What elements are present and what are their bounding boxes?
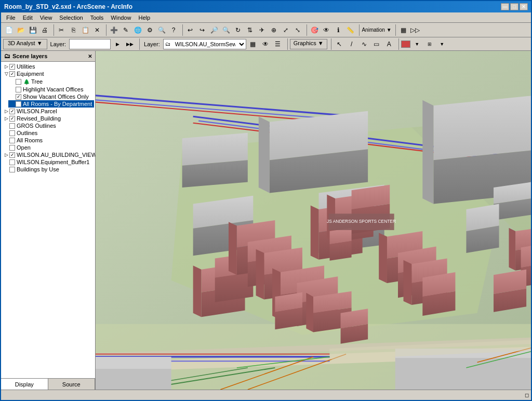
cb-equipment[interactable] (9, 71, 15, 77)
cb-wilson-parcel[interactable] (9, 109, 15, 114)
color-more-btn[interactable]: ⊞ (424, 38, 435, 50)
print-button[interactable]: 🖨 (39, 24, 50, 36)
cb-tree[interactable] (16, 79, 21, 85)
center-btn[interactable]: ⊕ (268, 24, 280, 36)
select-tool[interactable]: ↖ (334, 38, 345, 50)
renderer-btn[interactable]: ▦ (397, 24, 409, 36)
help-btn[interactable]: ? (168, 24, 179, 36)
navigate-btn[interactable]: ↩ (184, 24, 196, 36)
target-btn[interactable]: 🎯 (309, 24, 320, 36)
cb-gros[interactable] (9, 123, 15, 129)
layer-item-revised-building[interactable]: ▷ Revised_Building (2, 115, 94, 122)
measure-btn[interactable]: 📏 (344, 24, 356, 36)
rotate-btn[interactable]: ↻ (232, 24, 244, 36)
layer-item-equipment[interactable]: ▽ Equipment (2, 70, 94, 77)
maximize-button[interactable]: □ (510, 3, 518, 10)
tilt-btn[interactable]: ⇅ (244, 24, 256, 36)
layer-item-buildings-use[interactable]: Buildings by Use (2, 166, 94, 173)
fly-btn[interactable]: ✈ (256, 24, 268, 36)
zoom-layer-btn[interactable]: ⤡ (292, 24, 303, 36)
add-data-button[interactable]: ➕ (108, 24, 119, 36)
cb-buildings-use[interactable] (9, 167, 15, 172)
copy-button[interactable]: ⎘ (68, 24, 79, 36)
layer-item-outlines[interactable]: Outlines (2, 129, 94, 137)
cb-utilities[interactable] (9, 64, 15, 70)
new-button[interactable]: 📄 (3, 24, 15, 36)
layer-item-all-rooms[interactable]: All Rooms (2, 137, 94, 144)
cut-button[interactable]: ✂ (56, 24, 67, 36)
menu-edit[interactable]: Edit (20, 14, 36, 22)
animation-btn[interactable]: Animation ▼ (361, 24, 392, 36)
expand-gros[interactable] (3, 123, 9, 129)
text-btn[interactable]: A (383, 38, 395, 50)
panel-close-btn[interactable]: ✕ (88, 54, 92, 59)
expand-show-vacant[interactable] (9, 93, 16, 100)
expand-revised-building[interactable]: ▷ (3, 115, 9, 122)
color-line-btn[interactable]: ▼ (411, 38, 423, 50)
color-extra-btn[interactable]: ▼ (436, 38, 448, 50)
layer-btn2[interactable]: ▶▶ (124, 38, 136, 50)
expand-wilson-building[interactable]: ▷ (3, 152, 9, 158)
layer-item-wilson-parcel[interactable]: ▷ WILSON.Parcel (2, 108, 94, 115)
draw-line-btn[interactable]: / (346, 38, 357, 50)
graphics-dropdown[interactable]: Graphics ▼ (290, 39, 327, 49)
layer-extra-btn[interactable]: ☰ (272, 38, 284, 50)
layer-input[interactable] (69, 39, 111, 49)
menu-file[interactable]: File (3, 14, 19, 22)
expand-open[interactable] (3, 144, 9, 151)
draw-rect-btn[interactable]: ▭ (371, 38, 382, 50)
cb-revised-building[interactable] (9, 116, 15, 122)
delete-button[interactable]: ✕ (91, 24, 103, 36)
expand-wilson-equipment[interactable] (3, 159, 9, 165)
cb-wilson-equipment[interactable] (9, 159, 15, 165)
observer-btn[interactable]: 👁 (321, 24, 332, 36)
color-fill-btn[interactable] (401, 41, 410, 48)
expand-tree[interactable] (9, 78, 16, 85)
layer-item-show-vacant[interactable]: Show Vacant Offices Only (8, 93, 94, 100)
stereo-btn[interactable]: ▷▷ (409, 24, 421, 36)
close-button[interactable]: ✕ (520, 3, 528, 10)
cb-show-vacant[interactable] (16, 94, 21, 100)
minimize-button[interactable]: — (501, 3, 509, 10)
menu-window[interactable]: Window (108, 14, 134, 22)
layer-item-utilities[interactable]: ▷ Utilities (2, 63, 94, 70)
cb-open[interactable] (9, 145, 15, 151)
layer-btn1[interactable]: ▶ (112, 38, 123, 50)
expand-equipment[interactable]: ▽ (3, 71, 9, 77)
info-btn[interactable]: ℹ (332, 24, 344, 36)
layer-item-gros[interactable]: GROS Outlines (2, 122, 94, 129)
tab-display[interactable]: Display (1, 379, 48, 390)
expand-all-rooms[interactable] (9, 101, 16, 107)
scene-settings[interactable]: ⚙ (144, 24, 155, 36)
resize-handle[interactable]: ◻ (525, 392, 529, 398)
expand-utilities[interactable]: ▷ (3, 63, 9, 70)
zoom-in-btn[interactable]: 🔎 (208, 24, 220, 36)
editor-button[interactable]: ✎ (120, 24, 131, 36)
layer-view-btn[interactable]: ▦ (247, 38, 259, 50)
zoom-full-btn[interactable]: ⤢ (280, 24, 291, 36)
menu-tools[interactable]: Tools (87, 14, 107, 22)
draw-curve-btn[interactable]: ∿ (358, 38, 370, 50)
expand-buildings-use[interactable] (3, 166, 9, 172)
3d-effects-button[interactable]: 🌐 (132, 24, 143, 36)
layer-item-all-rooms-dept[interactable]: All Rooms - By Department (8, 100, 94, 108)
expand-outlines[interactable] (3, 130, 9, 136)
layer-item-highlight-vacant[interactable]: Highlight Vacant Offices (8, 86, 94, 93)
expand-wilson-parcel[interactable]: ▷ (3, 108, 9, 114)
layer-eye-btn[interactable]: 👁 (260, 38, 271, 50)
pan-btn[interactable]: ↪ (196, 24, 208, 36)
expand-highlight[interactable] (9, 86, 16, 92)
cb-all-rooms2[interactable] (9, 138, 15, 143)
layer-item-open[interactable]: Open (2, 144, 94, 151)
viewport[interactable]: JS ANDERSON SPORTS CENTER (96, 51, 531, 390)
cb-wilson-building[interactable] (9, 152, 15, 158)
cb-all-rooms[interactable] (16, 101, 21, 107)
full-extent[interactable]: 🔍 (156, 24, 167, 36)
paste-button[interactable]: 📋 (79, 24, 91, 36)
menu-view[interactable]: View (37, 14, 56, 22)
layer-item-tree[interactable]: 🌲 Tree (8, 77, 94, 86)
menu-help[interactable]: Help (135, 14, 153, 22)
zoom-out-btn[interactable]: 🔍 (220, 24, 232, 36)
layer-item-wilson-building[interactable]: ▷ WILSON.AU_BUILDING_VIEW (2, 151, 94, 158)
menu-selection[interactable]: Selection (56, 14, 86, 22)
